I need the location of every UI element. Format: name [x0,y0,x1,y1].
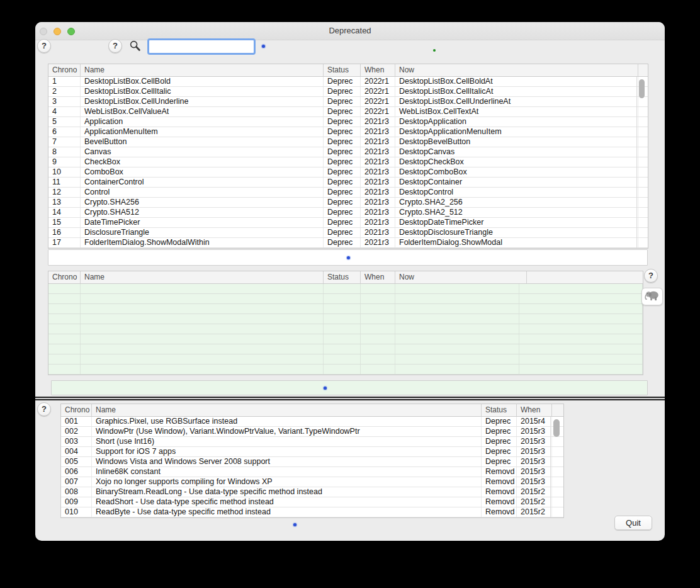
help-button-selection[interactable]: ? [644,269,658,283]
table-cell: 2021r3 [361,208,395,217]
column-header: Now [395,271,527,283]
table-row[interactable]: 2DesktopListBox.CellItalicDeprec2022r1De… [48,87,648,97]
table-row[interactable]: 12ControlDeprec2021r3DesktopControl [48,188,648,198]
table-row[interactable] [48,294,643,304]
table-cell: 003 [61,437,92,446]
table-row[interactable]: 8CanvasDeprec2021r3DesktopCanvas [48,147,648,157]
table-cell [395,314,519,324]
table-row[interactable] [48,324,643,334]
table-row[interactable] [48,314,643,324]
table-row[interactable]: 7BevelButtonDeprec2021r3DesktopBevelButt… [48,137,648,147]
table-row[interactable]: 11ContainerControlDeprec2021r3DesktopCon… [48,178,648,188]
column-header: Status [482,404,517,416]
footer-indicator-dot [293,523,296,526]
note-field[interactable] [51,380,648,395]
help-button-main[interactable]: ? [37,39,51,53]
column-header: Chrono [48,64,81,76]
table-row[interactable]: 5ApplicationDeprec2021r3DesktopApplicati… [48,117,648,127]
table-row[interactable]: 001Graphics.Pixel, use RGBSurface instea… [61,417,563,427]
table-cell [48,304,81,314]
table-cell: 9 [48,157,81,167]
table-cell: 11 [48,178,81,187]
table-row[interactable]: 005Windows Vista and Windows Server 2008… [61,457,563,467]
table-cell: 010 [61,507,92,517]
table-row[interactable] [48,354,643,365]
focus-indicator-dot [262,45,265,48]
table-cell: WebListBox.CellValueAt [81,107,324,116]
table-row[interactable] [48,344,643,354]
table-cell [324,334,361,344]
table-row[interactable]: 15DateTimePickerDeprec2021r3DesktopDateT… [48,218,648,228]
table-row[interactable]: 17FolderItemDialog.ShowModalWithinDeprec… [48,238,648,248]
help-button-removed[interactable]: ? [37,402,51,416]
table-row[interactable]: 9CheckBoxDeprec2021r3DesktopCheckBox [48,157,648,167]
table-cell: Canvas [81,147,324,157]
table-row[interactable]: 10ComboBoxDeprec2021r3DesktopComboBox [48,167,648,178]
table-row[interactable] [48,334,643,344]
table-cell: Windows Vista and Windows Server 2008 su… [92,457,482,466]
table-row[interactable]: 009ReadShort - Use data-type specific me… [61,497,563,507]
table-row[interactable] [48,304,643,314]
column-header: Status [324,271,361,283]
table-cell: 002 [61,427,92,436]
column-header: Name [81,64,324,76]
splitter-divider[interactable] [35,397,665,400]
table-row[interactable]: 16DisclosureTriangleDeprec2021r3DesktopD… [48,228,648,238]
quit-button[interactable]: Quit [614,516,652,530]
table-cell: DesktopListBox.CellItalicAt [395,87,638,96]
table-cell [324,365,361,374]
table-cell [81,354,324,364]
table-cell: DesktopApplicationMenuItem [395,127,638,137]
table-cell: 2021r3 [361,228,395,237]
table-cell: 10 [48,167,81,177]
row-filler [519,344,643,354]
scrollbar-thumb[interactable] [639,79,645,98]
elephant-button[interactable] [641,288,663,305]
table-row[interactable]: 6ApplicationMenuItemDeprec2021r3DesktopA… [48,127,648,137]
table-row[interactable]: 004Support for iOS 7 appsDeprec2015r3 [61,447,563,457]
table-cell: BevelButton [81,137,324,147]
table-row[interactable]: 4WebListBox.CellValueAtDeprec2022r1WebLi… [48,107,648,117]
table-cell: 004 [61,447,92,456]
scrollbar[interactable] [550,417,563,517]
table-cell: 2021r3 [361,157,395,167]
table-cell [81,324,324,334]
table-cell [324,344,361,354]
table-cell: Deprec [324,198,361,207]
table-row[interactable]: 1DesktopListBox.CellBoldDeprec2022r1Desk… [48,77,648,87]
table-cell: Deprec [324,178,361,187]
table-cell: 2021r3 [361,198,395,207]
table-row[interactable]: 006Inline68K constantRemovd2015r3 [61,467,563,477]
table-cell: Removd [482,467,517,477]
table-cell [361,324,395,334]
table-cell: DesktopBevelButton [395,137,638,147]
selection-listbox[interactable]: ChronoNameStatusWhenNow [48,271,643,375]
table-row[interactable] [48,284,643,294]
table-row[interactable]: 007Xojo no longer supports compiling for… [61,477,563,487]
table-cell: 008 [61,487,92,497]
table-cell [48,365,81,374]
table-cell: 2 [48,87,81,96]
table-row[interactable]: 010ReadByte - Use data-type specific met… [61,507,563,517]
result-field[interactable] [48,249,648,266]
scrollbar-thumb[interactable] [553,419,560,437]
removed-listbox[interactable]: ChronoNameStatusWhen001Graphics.Pixel, u… [60,404,564,518]
table-row[interactable]: 13Crypto.SHA256Deprec2021r3Crypto.SHA2_2… [48,198,648,208]
help-button-search[interactable]: ? [108,39,122,53]
table-cell [361,314,395,324]
titlebar[interactable]: Deprecated [35,22,665,40]
table-cell [81,365,324,374]
row-filler [519,314,643,324]
scrollbar[interactable] [636,77,648,248]
table-cell: DesktopCheckBox [395,157,638,167]
table-row[interactable]: 14Crypto.SHA512Deprec2021r3Crypto.SHA2_5… [48,208,648,218]
table-row[interactable]: 3DesktopListBox.CellUnderlineDeprec2022r… [48,97,648,107]
table-cell: 8 [48,147,81,157]
table-row[interactable]: 002WindowPtr (Use Window), Variant.Windo… [61,427,563,437]
table-row[interactable] [48,365,643,375]
search-input[interactable] [147,38,256,55]
table-cell: ReadShort - Use data-type specific metho… [92,497,482,507]
table-row[interactable]: 008BinaryStream.ReadLong - Use data-type… [61,487,563,497]
deprecations-listbox[interactable]: ChronoNameStatusWhenNow1DesktopListBox.C… [48,64,648,249]
table-row[interactable]: 003Short (use Int16)Deprec2015r3 [61,437,563,447]
